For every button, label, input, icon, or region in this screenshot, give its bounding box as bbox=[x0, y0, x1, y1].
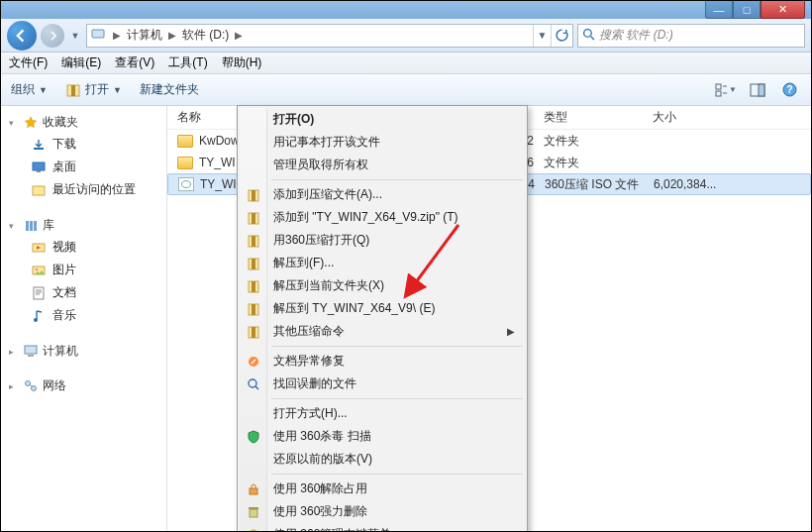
svg-rect-29 bbox=[252, 213, 255, 224]
ctx-360-unlock[interactable]: 使用 360解除占用 bbox=[240, 478, 525, 500]
svg-point-21 bbox=[34, 318, 38, 322]
ctx-admin[interactable]: 管理员取得所有权 bbox=[240, 154, 525, 176]
sidebar-music[interactable]: 音乐 bbox=[1, 304, 166, 327]
menu-tools[interactable]: 工具(T) bbox=[168, 54, 207, 71]
sidebar-documents[interactable]: 文档 bbox=[1, 281, 166, 304]
breadcrumb-sep-icon: ▶ bbox=[231, 30, 247, 41]
ctx-other-compress[interactable]: 其他压缩命令▶ bbox=[240, 320, 525, 343]
ctx-open-with[interactable]: 打开方式(H)... bbox=[240, 402, 525, 425]
sidebar-videos[interactable]: 视频 bbox=[1, 236, 166, 259]
svg-rect-33 bbox=[252, 259, 255, 269]
sidebar-label: 最近访问的位置 bbox=[52, 181, 136, 198]
sidebar-network-label: 网络 bbox=[43, 377, 66, 394]
ctx-add-zip[interactable]: 添加到 "TY_WIN7_X64_V9.zip" (T) bbox=[240, 206, 525, 229]
col-size[interactable]: 大小 bbox=[653, 109, 752, 126]
ctx-open[interactable]: 打开(O) bbox=[240, 108, 525, 131]
chevron-down-icon: ▾ bbox=[9, 118, 19, 128]
maximize-button[interactable]: □ bbox=[733, 1, 761, 19]
ctx-add-archive[interactable]: 添加到压缩文件(A)... bbox=[240, 183, 525, 206]
preview-pane-button[interactable] bbox=[746, 80, 769, 100]
svg-rect-7 bbox=[759, 84, 764, 96]
help-icon: ? bbox=[782, 82, 797, 97]
window-controls: — □ ✕ bbox=[705, 1, 805, 19]
svg-rect-39 bbox=[252, 327, 255, 338]
menu-help[interactable]: 帮助(H) bbox=[222, 54, 262, 71]
wrench-icon bbox=[246, 354, 261, 370]
organize-button[interactable]: 组织 ▼ bbox=[11, 81, 48, 98]
library-icon bbox=[23, 218, 39, 234]
refresh-button[interactable] bbox=[551, 25, 572, 47]
sidebar-libraries-label: 库 bbox=[43, 217, 54, 234]
open-label: 打开 bbox=[85, 81, 109, 98]
ctx-separator bbox=[271, 346, 523, 347]
chevron-right-icon: ▶ bbox=[507, 326, 525, 337]
minimize-button[interactable]: — bbox=[705, 1, 733, 19]
archive-icon bbox=[246, 301, 261, 317]
search-icon bbox=[246, 376, 261, 392]
sidebar-pictures[interactable]: 图片 bbox=[1, 259, 166, 281]
search-box[interactable]: 搜索 软件 (D:) bbox=[577, 24, 805, 48]
menu-view[interactable]: 查看(V) bbox=[115, 54, 154, 71]
chevron-down-icon: ▼ bbox=[113, 85, 122, 95]
view-options-button[interactable]: ▼ bbox=[714, 80, 738, 100]
sidebar-computer-head[interactable]: ▸ 计算机 bbox=[1, 341, 166, 362]
ctx-open-360zip[interactable]: 用360压缩打开(Q) bbox=[240, 229, 525, 252]
trash-icon bbox=[246, 504, 261, 520]
menu-file[interactable]: 文件(F) bbox=[9, 54, 48, 71]
file-name: TY_WI bbox=[199, 156, 236, 169]
svg-rect-27 bbox=[252, 190, 255, 201]
ctx-360-manage-menu[interactable]: 使用 360管理右键菜单 bbox=[240, 523, 525, 532]
new-folder-label: 新建文件夹 bbox=[140, 81, 199, 98]
address-dropdown[interactable]: ▼ bbox=[533, 25, 551, 47]
refresh-icon bbox=[556, 29, 568, 42]
recent-icon bbox=[31, 182, 47, 198]
ctx-doc-fix[interactable]: 文档异常修复 bbox=[240, 350, 525, 372]
ctx-360-scan[interactable]: 使用 360杀毒 扫描 bbox=[240, 425, 525, 448]
svg-rect-20 bbox=[34, 287, 44, 299]
download-icon bbox=[31, 137, 47, 153]
breadcrumb-computer[interactable]: 计算机 bbox=[125, 27, 164, 44]
close-button[interactable]: ✕ bbox=[761, 1, 805, 19]
svg-rect-4 bbox=[716, 84, 721, 89]
folder-icon bbox=[177, 135, 193, 148]
ctx-undelete[interactable]: 找回误删的文件 bbox=[240, 372, 525, 395]
open-button[interactable]: 打开 ▼ bbox=[65, 81, 122, 98]
svg-rect-16 bbox=[34, 221, 37, 231]
sidebar-downloads[interactable]: 下载 bbox=[1, 133, 166, 156]
address-bar[interactable]: ▶ 计算机 ▶ 软件 (D:) ▶ ▼ bbox=[86, 24, 573, 48]
sidebar-label: 文档 bbox=[52, 284, 76, 301]
organize-label: 组织 bbox=[11, 81, 35, 98]
breadcrumb-sep-icon: ▶ bbox=[164, 30, 180, 41]
breadcrumb-drive[interactable]: 软件 (D:) bbox=[180, 27, 231, 44]
lock-icon bbox=[246, 481, 261, 497]
archive-icon bbox=[246, 324, 261, 340]
chevron-down-icon: ▼ bbox=[729, 85, 737, 94]
drive-icon bbox=[91, 28, 105, 40]
nav-history-dropdown[interactable]: ▼ bbox=[68, 31, 82, 41]
menu-edit[interactable]: 编辑(E) bbox=[61, 54, 101, 71]
forward-button[interactable] bbox=[41, 24, 64, 48]
ctx-restore-version[interactable]: 还原以前的版本(V) bbox=[240, 448, 525, 471]
ctx-extract-here[interactable]: 解压到当前文件夹(X) bbox=[240, 274, 525, 297]
sidebar-desktop[interactable]: 桌面 bbox=[1, 156, 166, 178]
help-button[interactable]: ? bbox=[777, 80, 801, 100]
svg-rect-23 bbox=[28, 355, 34, 357]
sidebar-network-head[interactable]: ▸ 网络 bbox=[1, 375, 166, 396]
ctx-extract-to[interactable]: 解压到(F)... bbox=[240, 252, 525, 274]
new-folder-button[interactable]: 新建文件夹 bbox=[140, 81, 199, 98]
svg-rect-35 bbox=[252, 281, 255, 292]
ctx-separator bbox=[271, 398, 523, 399]
document-icon bbox=[31, 285, 47, 301]
ctx-notepad[interactable]: 用记事本打开该文件 bbox=[240, 131, 525, 154]
sidebar-libraries-head[interactable]: ▾ 库 bbox=[1, 215, 166, 236]
sidebar-recent[interactable]: 最近访问的位置 bbox=[1, 178, 166, 201]
view-icon bbox=[715, 83, 727, 97]
back-button[interactable] bbox=[7, 21, 37, 51]
col-type[interactable]: 类型 bbox=[544, 109, 653, 126]
folder-icon bbox=[177, 157, 193, 169]
svg-rect-15 bbox=[30, 221, 33, 231]
svg-rect-31 bbox=[252, 236, 255, 247]
ctx-360-force-delete[interactable]: 使用 360强力删除 bbox=[240, 500, 525, 523]
ctx-extract-named[interactable]: 解压到 TY_WIN7_X64_V9\ (E) bbox=[240, 297, 525, 320]
sidebar-favorites-head[interactable]: ▾ 收藏夹 bbox=[1, 112, 166, 133]
